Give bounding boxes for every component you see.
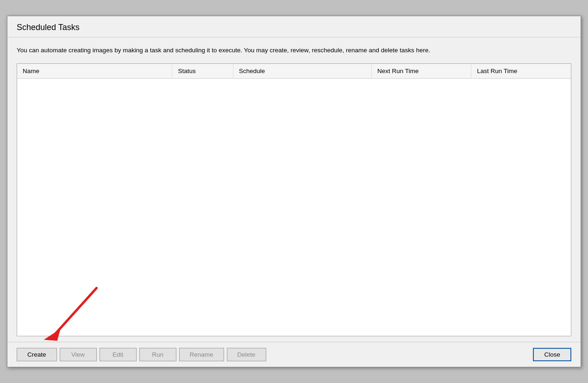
col-header-next-run-time: Next Run Time <box>371 64 471 79</box>
view-button[interactable]: View <box>60 348 97 361</box>
description-text: You can automate creating images by maki… <box>17 46 571 55</box>
run-button[interactable]: Run <box>139 348 176 361</box>
tasks-table-container: Name Status Schedule Next Run Time Last … <box>17 63 571 336</box>
dialog-title: Scheduled Tasks <box>17 23 80 32</box>
col-header-name: Name <box>17 64 172 79</box>
close-button[interactable]: Close <box>533 348 571 361</box>
col-header-schedule: Schedule <box>233 64 371 79</box>
tasks-table: Name Status Schedule Next Run Time Last … <box>17 64 571 79</box>
rename-button[interactable]: Rename <box>179 348 224 361</box>
col-header-status: Status <box>172 64 233 79</box>
dialog-body: You can automate creating images by maki… <box>7 37 581 342</box>
delete-button[interactable]: Delete <box>227 348 266 361</box>
dialog-title-bar: Scheduled Tasks <box>7 16 581 37</box>
create-button[interactable]: Create <box>17 348 57 361</box>
footer-bar: Create View Edit Run Rename Delete Close <box>7 342 581 367</box>
scheduled-tasks-dialog: Scheduled Tasks You can automate creatin… <box>7 16 581 367</box>
table-header-row: Name Status Schedule Next Run Time Last … <box>17 64 571 79</box>
edit-button[interactable]: Edit <box>100 348 137 361</box>
col-header-last-run-time: Last Run Time <box>471 64 571 79</box>
